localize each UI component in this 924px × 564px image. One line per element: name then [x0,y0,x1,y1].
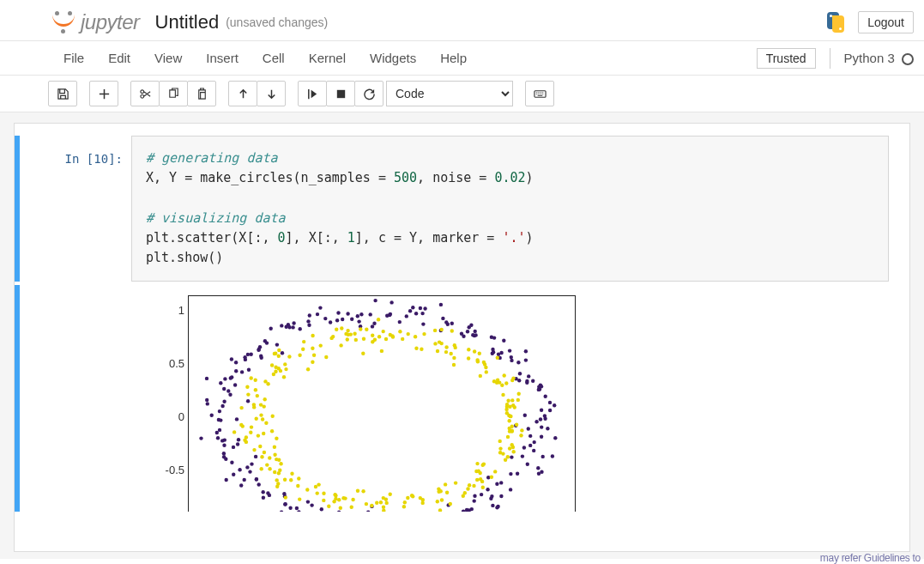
menu-edit[interactable]: Edit [96,44,142,72]
paste-button[interactable] [187,81,216,106]
svg-point-29 [497,352,500,355]
svg-point-132 [237,438,240,441]
svg-point-392 [263,450,266,453]
svg-point-52 [421,322,425,325]
svg-point-55 [411,306,414,309]
copy-button[interactable] [159,81,188,106]
svg-point-345 [311,360,314,363]
svg-point-286 [452,355,456,359]
menu-widgets[interactable]: Widgets [358,44,428,72]
svg-point-455 [421,498,425,501]
code-editor[interactable]: # generating data X, Y = make_circles(n_… [131,136,889,282]
svg-point-331 [329,336,333,339]
svg-point-59 [408,309,412,312]
svg-point-377 [239,422,243,426]
code-line: plt.scatter(X[:, 0], X[:, 1], c = Y, mar… [146,228,874,248]
svg-point-385 [249,430,252,434]
svg-point-453 [406,495,409,499]
scatter-plot [188,295,576,512]
svg-point-247 [540,434,543,438]
svg-point-169 [320,507,323,511]
svg-point-116 [222,386,226,390]
code-line: plt.show() [146,248,874,268]
svg-point-257 [505,411,509,415]
svg-point-350 [283,362,287,366]
arrow-down-icon [265,88,278,100]
stop-icon [335,88,347,100]
paste-icon [196,88,208,100]
menu-insert[interactable]: Insert [194,44,251,72]
svg-point-269 [492,379,496,383]
menu-file[interactable]: File [51,44,96,72]
svg-point-304 [401,337,404,340]
add-cell-button[interactable] [89,81,118,106]
svg-point-213 [470,506,474,510]
run-button[interactable] [298,81,327,106]
svg-point-467 [472,483,475,487]
svg-point-214 [473,499,476,502]
arrow-up-icon [237,88,250,100]
svg-point-494 [520,428,523,432]
svg-point-122 [222,399,226,403]
svg-point-322 [346,337,349,341]
svg-point-243 [527,427,530,430]
restart-button[interactable] [354,81,383,106]
svg-point-33 [502,338,505,342]
svg-point-107 [230,357,233,361]
menu-help[interactable]: Help [428,44,479,72]
svg-point-387 [262,431,265,434]
svg-point-501 [515,422,518,426]
svg-point-113 [233,383,237,386]
svg-point-112 [230,375,233,379]
svg-point-163 [284,502,287,506]
cell-type-select[interactable]: Code Markdown Raw NBConvert Heading [386,81,513,106]
move-up-button[interactable] [228,81,257,106]
svg-point-105 [259,354,263,357]
logout-button[interactable]: Logout [858,11,914,33]
svg-point-239 [522,446,526,449]
svg-point-430 [334,496,337,500]
svg-point-20 [516,361,520,364]
menu-view[interactable]: View [142,44,194,72]
menubar-divider [830,48,830,69]
svg-point-319 [377,318,380,321]
notebook-title[interactable]: Untitled [155,11,220,33]
svg-point-106 [247,367,251,371]
svg-point-355 [272,372,275,375]
svg-point-14 [537,387,541,391]
svg-point-235 [540,470,543,473]
move-down-button[interactable] [257,81,286,106]
svg-point-406 [283,477,287,481]
svg-point-264 [511,403,515,407]
svg-point-282 [483,362,486,366]
code-cell[interactable]: In [10]: # generating data X, Y = make_c… [15,136,909,285]
svg-point-50 [439,302,443,306]
svg-point-60 [398,319,402,323]
stop-button[interactable] [326,81,355,106]
svg-point-442 [384,497,388,500]
svg-point-289 [467,356,470,360]
command-palette-button[interactable] [525,81,554,106]
save-button[interactable] [48,81,77,106]
svg-point-246 [540,425,543,428]
kernel-name[interactable]: Python 3 [844,51,914,65]
notebook-container[interactable]: In [10]: # generating data X, Y = make_c… [14,123,910,552]
svg-point-114 [223,377,226,380]
svg-point-427 [333,493,336,496]
svg-point-356 [250,376,253,379]
menu-cell[interactable]: Cell [251,44,297,72]
trusted-badge[interactable]: Trusted [757,48,816,69]
svg-point-339 [312,353,316,356]
svg-point-471 [481,485,485,488]
svg-point-75 [346,312,349,315]
svg-point-360 [274,365,277,368]
code-line: # visualizing data [146,210,286,226]
cut-button[interactable] [130,81,160,106]
svg-point-382 [233,430,236,434]
svg-point-279 [496,355,499,359]
svg-point-186 [366,510,370,511]
svg-point-370 [263,404,266,408]
menu-kernel[interactable]: Kernel [297,44,358,72]
svg-point-284 [473,349,476,353]
svg-point-334 [302,339,305,343]
